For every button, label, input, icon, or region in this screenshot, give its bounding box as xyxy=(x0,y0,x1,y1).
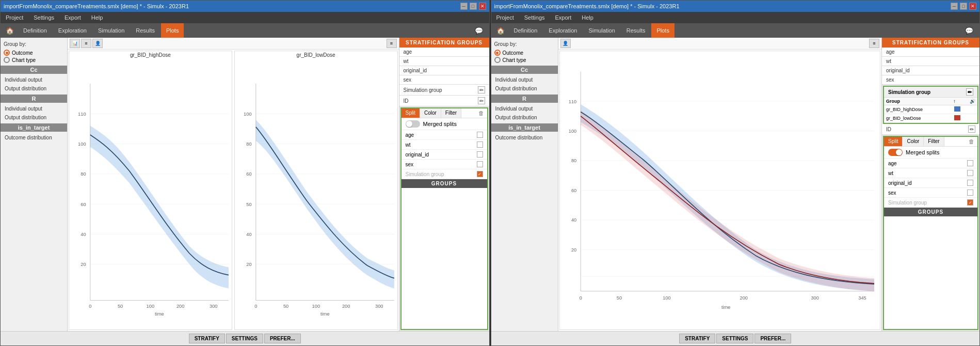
sidebar-istarget-outcome-left[interactable]: Outcome distribution xyxy=(1,133,67,142)
sidebar-cc-distribution-left[interactable]: Output distribution xyxy=(1,84,67,93)
split-row-wt-left[interactable]: wt xyxy=(401,140,487,150)
radio-charttype-right[interactable]: Chart type xyxy=(494,57,555,63)
merged-splits-toggle-left[interactable] xyxy=(406,120,420,128)
maximize-btn-right[interactable]: □ xyxy=(960,3,967,10)
radio-outcome-left[interactable]: Outcome xyxy=(4,50,64,56)
close-btn-left[interactable]: ✕ xyxy=(479,3,486,10)
prefer-btn-left[interactable]: PREFER... xyxy=(264,334,301,343)
tab-definition-left[interactable]: Definition xyxy=(18,23,52,38)
strat-id-right[interactable]: ID ✏ xyxy=(882,124,979,135)
settings-btn-right[interactable]: SETTINGS xyxy=(716,334,753,343)
strat-sex-right[interactable]: sex xyxy=(882,75,979,85)
split-delete-icon-left[interactable]: 🗑 xyxy=(475,108,487,118)
menu-project-right[interactable]: Project xyxy=(494,13,516,22)
sidebar-r-individual-left[interactable]: Individual output xyxy=(1,104,67,113)
strat-originalid-right[interactable]: original_id xyxy=(882,66,979,75)
menu-settings-right[interactable]: Settings xyxy=(522,13,547,22)
split-wt-checkbox-right[interactable] xyxy=(967,170,973,176)
merged-splits-toggle-right[interactable] xyxy=(888,149,903,156)
split-row-age-right[interactable]: age xyxy=(884,159,977,168)
strat-id-left[interactable]: ID ✏ xyxy=(399,96,489,106)
split-row-originalid-left[interactable]: original_id xyxy=(401,150,487,160)
split-tab-color-left[interactable]: Color xyxy=(420,108,441,118)
radio-charttype-left[interactable]: Chart type xyxy=(4,57,64,63)
sidebar-cc-individual-right[interactable]: Individual output xyxy=(491,75,558,84)
menu-export-right[interactable]: Export xyxy=(553,13,574,22)
tab-definition-right[interactable]: Definition xyxy=(509,23,543,38)
split-age-checkbox-left[interactable] xyxy=(477,132,483,138)
toolbar-icon2-left[interactable]: ≡ xyxy=(81,39,91,48)
strat-simgroup-left[interactable]: Simulation group ✏ xyxy=(399,85,489,96)
toolbar-icon1-right[interactable]: 👤 xyxy=(560,39,571,48)
tab-results-right[interactable]: Results xyxy=(621,23,651,38)
sidebar-istarget-outcome-right[interactable]: Outcome distribution xyxy=(491,133,558,142)
toolbar-icon3-left[interactable]: 👤 xyxy=(92,39,103,48)
strat-originalid-left[interactable]: original_id xyxy=(399,66,489,75)
split-row-sex-right[interactable]: sex xyxy=(884,188,977,198)
strat-age-left[interactable]: age xyxy=(399,48,489,57)
split-tab-filter-left[interactable]: Filter xyxy=(441,108,461,118)
chat-icon-right[interactable]: 💬 xyxy=(961,26,977,36)
split-row-originalid-right[interactable]: original_id xyxy=(884,178,977,188)
strat-sex-left[interactable]: sex xyxy=(399,75,489,85)
strat-simgroup-icon-left[interactable]: ✏ xyxy=(478,86,485,93)
toolbar-icon1-left[interactable]: 📊 xyxy=(70,39,80,48)
menu-settings-left[interactable]: Settings xyxy=(31,13,56,22)
strat-wt-left[interactable]: wt xyxy=(399,57,489,66)
stratify-btn-left[interactable]: STRATIFY xyxy=(189,334,225,343)
sidebar-r-individual-right[interactable]: Individual output xyxy=(491,104,558,113)
stratify-btn-right[interactable]: STRATIFY xyxy=(679,334,715,343)
split-age-checkbox-right[interactable] xyxy=(967,160,973,166)
menu-help-left[interactable]: Help xyxy=(89,13,105,22)
strat-age-right[interactable]: age xyxy=(882,48,979,57)
prefer-btn-right[interactable]: PREFER... xyxy=(754,334,791,343)
split-row-simgroup-right[interactable]: Simulation group xyxy=(884,198,977,208)
sidebar-cc-distribution-right[interactable]: Output distribution xyxy=(491,84,558,93)
sidebar-cc-individual-left[interactable]: Individual output xyxy=(1,75,67,84)
menu-project-left[interactable]: Project xyxy=(4,13,25,22)
radio-outcome-right[interactable]: Outcome xyxy=(494,50,555,56)
sidebar-r-distribution-left[interactable]: Output distribution xyxy=(1,113,67,122)
split-tab-split-left[interactable]: Split xyxy=(401,108,420,118)
tab-simulation-right[interactable]: Simulation xyxy=(583,23,620,38)
menu-help-right[interactable]: Help xyxy=(580,13,596,22)
toolbar-menu-left[interactable]: ≡ xyxy=(387,39,397,48)
strat-id-icon-right[interactable]: ✏ xyxy=(968,125,975,133)
home-icon-left[interactable]: 🏠 xyxy=(3,26,17,36)
strat-id-icon-left[interactable]: ✏ xyxy=(478,97,485,104)
sidebar-r-distribution-right[interactable]: Output distribution xyxy=(491,113,558,122)
tab-results-left[interactable]: Results xyxy=(131,23,160,38)
strat-simgroup-icon-right[interactable]: ✏ xyxy=(966,88,973,96)
split-row-sex-left[interactable]: sex xyxy=(401,160,487,169)
home-icon-right[interactable]: 🏠 xyxy=(493,26,508,36)
tab-exploration-right[interactable]: Exploration xyxy=(543,23,582,38)
minimize-btn-right[interactable]: ─ xyxy=(951,3,958,10)
split-originalid-checkbox-left[interactable] xyxy=(477,151,483,158)
tab-plots-right[interactable]: Plots xyxy=(651,23,674,38)
split-simgroup-checkbox-left[interactable] xyxy=(477,171,483,177)
settings-btn-left[interactable]: SETTINGS xyxy=(226,334,263,343)
svg-text:100: 100 xyxy=(78,141,86,147)
split-delete-icon-right[interactable]: 🗑 xyxy=(966,137,977,146)
tab-simulation-left[interactable]: Simulation xyxy=(93,23,130,38)
split-row-age-left[interactable]: age xyxy=(401,130,487,140)
split-tab-color-right[interactable]: Color xyxy=(903,137,924,146)
chat-icon-left[interactable]: 💬 xyxy=(471,26,487,36)
minimize-btn-left[interactable]: ─ xyxy=(460,3,468,10)
split-row-simgroup-left[interactable]: Simulation group xyxy=(401,169,487,179)
split-tab-split-right[interactable]: Split xyxy=(884,137,903,146)
tab-exploration-left[interactable]: Exploration xyxy=(53,23,92,38)
menu-export-left[interactable]: Export xyxy=(62,13,83,22)
strat-wt-right[interactable]: wt xyxy=(882,57,979,66)
split-originalid-checkbox-right[interactable] xyxy=(967,180,973,186)
close-btn-right[interactable]: ✕ xyxy=(969,3,976,10)
toolbar-menu-right[interactable]: ≡ xyxy=(869,39,879,48)
tab-plots-left[interactable]: Plots xyxy=(161,23,184,38)
maximize-btn-left[interactable]: □ xyxy=(470,3,477,10)
split-sex-checkbox-left[interactable] xyxy=(477,161,483,167)
split-sex-checkbox-right[interactable] xyxy=(967,190,973,196)
split-wt-checkbox-left[interactable] xyxy=(477,141,483,148)
split-row-wt-right[interactable]: wt xyxy=(884,168,977,178)
split-tab-filter-right[interactable]: Filter xyxy=(924,137,944,146)
split-simgroup-checkbox-right[interactable] xyxy=(967,199,973,206)
